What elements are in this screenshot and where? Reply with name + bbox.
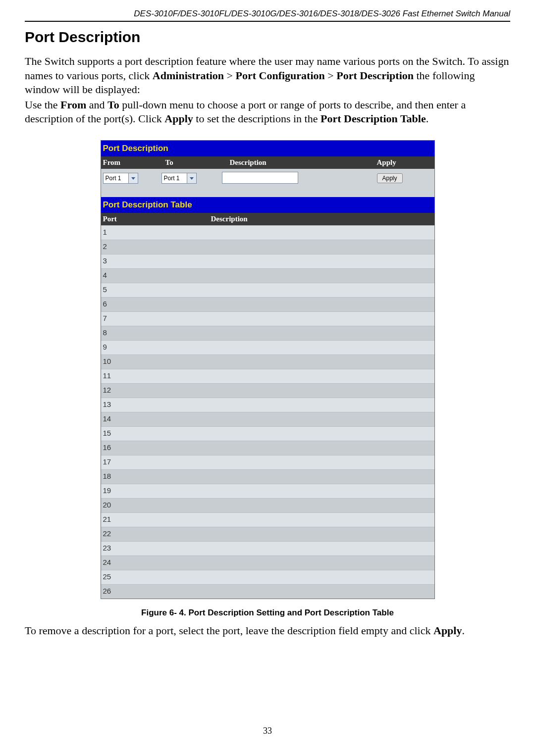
description-cell (209, 455, 434, 469)
port-description-panel-title: Port Description (101, 141, 434, 156)
to-port-select[interactable]: Port 1 (161, 173, 197, 184)
description-cell (209, 542, 434, 555)
table-row: 13 (101, 398, 434, 412)
port-description-table-body: 1234567891011121314151617181920212223242… (101, 225, 434, 599)
description-cell (209, 484, 434, 498)
table-row: 21 (101, 512, 434, 527)
table-row: 6 (101, 297, 434, 311)
description-cell (209, 240, 434, 254)
table-row: 10 (101, 354, 434, 369)
para2-b3: Apply (164, 112, 193, 125)
intro-paragraphs: The Switch supports a port description f… (25, 54, 510, 126)
to-port-select-arrow-button[interactable] (187, 173, 197, 184)
table-row: 20 (101, 498, 434, 512)
description-cell (209, 513, 434, 527)
para2-b2: To (107, 99, 119, 111)
closing-paragraph: To remove a description for a port, sele… (25, 624, 510, 638)
apply-button[interactable]: Apply (377, 173, 403, 183)
port-cell: 14 (101, 412, 209, 426)
para3-t1: To remove a description for a port, sele… (25, 624, 433, 637)
port-cell: 19 (101, 484, 209, 498)
table-row: 18 (101, 469, 434, 484)
table-row: 24 (101, 555, 434, 570)
para3-t2: . (462, 624, 465, 637)
port-cell: 4 (101, 269, 209, 283)
description-cell (209, 470, 434, 484)
table-header-description: Description (209, 213, 434, 225)
document-page: DES-3010F/DES-3010FL/DES-3010G/DES-3016/… (0, 0, 535, 756)
port-cell: 17 (101, 455, 209, 469)
panel-gap (101, 188, 434, 197)
description-cell (209, 398, 434, 412)
port-cell: 24 (101, 556, 209, 570)
col-header-from: From (101, 156, 163, 169)
from-port-select-arrow-button[interactable] (128, 173, 138, 184)
para2-b4: Port Description Table (321, 112, 426, 125)
description-cell (209, 384, 434, 398)
port-cell: 25 (101, 570, 209, 584)
para2-t1: Use the (25, 99, 60, 111)
table-row: 3 (101, 254, 434, 268)
description-cell (209, 254, 434, 268)
para2-b1: From (60, 99, 86, 111)
port-cell: 21 (101, 513, 209, 527)
para1: The Switch supports a port description f… (25, 54, 510, 97)
table-row: 22 (101, 527, 434, 541)
header-rule (25, 21, 510, 22)
table-row: 7 (101, 311, 434, 326)
table-row: 1 (101, 225, 434, 240)
para1-b3: Port Description (336, 69, 414, 82)
port-cell: 16 (101, 441, 209, 455)
port-cell: 26 (101, 585, 209, 599)
table-row: 11 (101, 369, 434, 383)
para1-b2: Port Configuration (236, 69, 325, 82)
form-controls-row: Port 1 Port 1 (101, 169, 434, 188)
description-cell (209, 412, 434, 426)
table-row: 2 (101, 240, 434, 254)
description-cell (209, 341, 434, 354)
description-cell (209, 283, 434, 297)
description-cell (209, 369, 434, 383)
port-cell: 11 (101, 369, 209, 383)
table-row: 14 (101, 412, 434, 426)
para3: To remove a description for a port, sele… (25, 624, 510, 638)
table-row: 8 (101, 326, 434, 340)
description-cell (209, 226, 434, 240)
description-cell (209, 556, 434, 570)
from-port-select[interactable]: Port 1 (103, 173, 138, 184)
table-row: 4 (101, 268, 434, 283)
description-cell (209, 527, 434, 541)
figure-caption: Figure 6- 4. Port Description Setting an… (25, 608, 510, 618)
description-cell (209, 269, 434, 283)
para2: Use the From and To pull-down menu to ch… (25, 98, 510, 126)
para1-gt1: > (224, 69, 235, 82)
table-row: 12 (101, 383, 434, 398)
description-cell (209, 585, 434, 599)
description-cell (209, 570, 434, 584)
para1-b1: Administration (153, 69, 224, 82)
port-cell: 8 (101, 326, 209, 340)
description-cell (209, 427, 434, 441)
port-cell: 22 (101, 527, 209, 541)
table-row: 19 (101, 484, 434, 498)
description-cell (209, 298, 434, 311)
table-row: 15 (101, 426, 434, 441)
para2-t5: . (426, 112, 429, 125)
col-header-description: Description (228, 156, 375, 169)
para1-gt2: > (325, 69, 336, 82)
from-port-select-value: Port 1 (103, 173, 128, 184)
col-header-to: To (163, 156, 228, 169)
form-header-row: From To Description Apply (101, 156, 434, 169)
table-row: 16 (101, 441, 434, 455)
port-cell: 20 (101, 499, 209, 512)
col-header-apply: Apply (375, 156, 434, 169)
description-cell (209, 326, 434, 340)
table-row: 17 (101, 455, 434, 469)
description-input[interactable] (222, 172, 298, 184)
port-cell: 18 (101, 470, 209, 484)
description-cell (209, 355, 434, 369)
port-description-table-title: Port Description Table (101, 197, 434, 213)
table-row: 9 (101, 340, 434, 354)
section-title: Port Description (25, 29, 510, 46)
table-header-row: Port Description (101, 213, 434, 225)
